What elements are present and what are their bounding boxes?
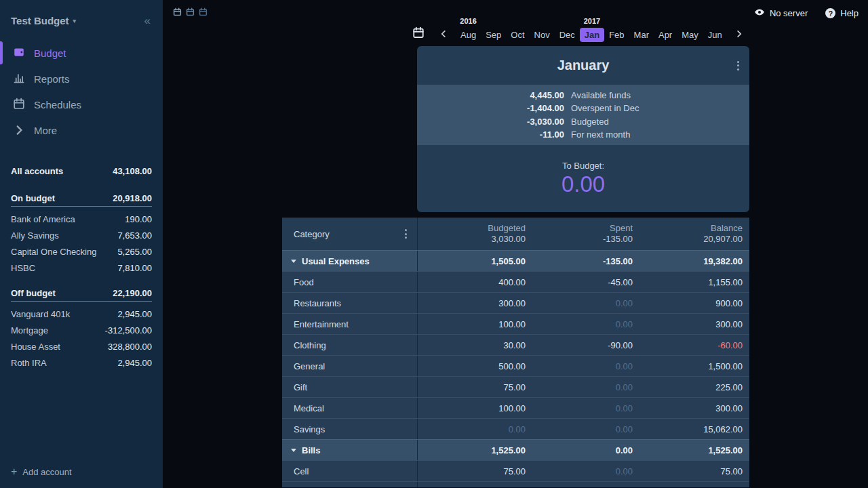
previous-month-button[interactable] [435,30,452,42]
group-budgeted: 1,505.00 [418,251,532,271]
account-name: Bank of America [11,214,75,224]
overspent-amount: -1,404.00 [417,102,564,115]
category-name[interactable]: General [282,356,418,376]
month-jan-selected[interactable]: 2017Jan [580,28,604,42]
month-menu-kebab-icon[interactable] [735,59,741,73]
account-row-house-asset[interactable]: House Asset 328,800.00 [11,338,152,354]
category-name[interactable]: Food [282,272,418,292]
spent-cell[interactable]: 0.00 [532,293,639,313]
balance-cell[interactable]: 15,062.00 [639,419,749,439]
spent-cell[interactable]: 0.00 [532,398,639,418]
spent-cell[interactable]: 0.00 [532,314,639,334]
budgeted-cell[interactable]: 0.00 [418,419,532,439]
account-row-hsbc[interactable]: HSBC 7,810.00 [11,260,152,276]
nav-item-more[interactable]: More [0,117,163,143]
month-dec[interactable]: Dec [555,28,580,42]
category-row-general[interactable]: General 500.00 0.00 1,500.00 [282,355,749,376]
month-aug[interactable]: 2016Aug [456,28,481,42]
to-budget-button[interactable]: To Budget: 0.00 [417,145,749,212]
collapse-group-icon[interactable] [291,260,296,263]
eye-icon [754,7,765,20]
spent-cell[interactable]: 0.00 [532,419,639,439]
budgeted-cell[interactable]: 100.00 [418,314,532,334]
next-month-button[interactable] [731,30,747,42]
add-account-button[interactable]: + Add account [0,466,163,488]
balance-cell-negative[interactable]: -60.00 [639,335,749,355]
nav-item-reports[interactable]: Reports [0,66,163,92]
group-row-bills[interactable]: Bills 1,525.00 0.00 1,525.00 [282,439,749,460]
account-row-roth-ira[interactable]: Roth IRA 2,945.00 [11,354,152,371]
budgeted-cell[interactable]: 100.00 [418,398,532,418]
account-row-vanguard-401k[interactable]: Vanguard 401k 2,945.00 [11,306,152,322]
nav-item-schedules[interactable]: Schedules [0,92,163,117]
spent-cell[interactable]: 0.00 [532,377,639,397]
spent-cell[interactable]: 0.00 [532,356,639,376]
overspent-label: Overspent in Dec [571,102,749,115]
category-row-restaurants[interactable]: Restaurants 300.00 0.00 900.00 [282,292,749,313]
calendar-icon[interactable] [412,26,425,42]
account-row-capital-one-checking[interactable]: Capital One Checking 5,265.00 [11,243,152,260]
budgeted-cell[interactable]: 75.00 [418,461,532,481]
month-feb[interactable]: Feb [604,28,629,42]
server-status-button[interactable]: No server [754,7,808,20]
budgeted-cell[interactable]: 400.00 [418,272,532,292]
server-status-label: No server [770,8,808,18]
balance-column-header[interactable]: Balance 20,907.00 [639,218,749,250]
budget-title: Test Budget [11,15,69,26]
spent-cell[interactable]: -45.00 [532,272,639,292]
three-month-view-icon[interactable] [199,7,208,18]
category-name[interactable]: Clothing [282,335,418,355]
month-jun[interactable]: Jun [703,28,727,42]
balance-cell[interactable]: 300.00 [639,314,749,334]
group-row-usual-expenses[interactable]: Usual Expenses 1,505.00 -135.00 19,382.0… [282,250,749,271]
on-budget-header[interactable]: On budget 20,918.00 [11,190,152,207]
month-sep[interactable]: Sep [481,28,506,42]
one-month-view-icon[interactable] [173,7,182,18]
balance-cell[interactable]: 900.00 [639,293,749,313]
category-row-cell[interactable]: Cell 75.00 0.00 75.00 [282,460,749,481]
budgeted-column-header[interactable]: Budgeted 3,030.00 [418,218,532,250]
month-may[interactable]: May [677,28,703,42]
spent-column-header[interactable]: Spent -135.00 [532,218,639,250]
category-name[interactable]: Restaurants [282,293,418,313]
spent-cell[interactable]: -90.00 [532,335,639,355]
help-button[interactable]: ? Help [825,8,859,18]
category-row-medical[interactable]: Medical 100.00 0.00 300.00 [282,397,749,418]
collapse-group-icon[interactable] [291,449,296,452]
budget-file-menu[interactable]: Test Budget ▾ [11,15,76,26]
account-balance: 43,108.00 [113,166,152,176]
category-row-clothing[interactable]: Clothing 30.00 -90.00 -60.00 [282,334,749,355]
budgeted-cell[interactable]: 75.00 [418,377,532,397]
category-name[interactable]: Entertainment [282,314,418,334]
account-row-mortgage[interactable]: Mortgage -312,500.00 [11,322,152,338]
balance-cell[interactable]: 75.00 [639,461,749,481]
month-nov[interactable]: Nov [530,28,555,42]
balance-cell[interactable]: 300.00 [639,398,749,418]
category-name[interactable]: Medical [282,398,418,418]
spent-cell[interactable]: 0.00 [532,461,639,481]
all-accounts-row[interactable]: All accounts 43,108.00 [11,162,152,180]
category-menu-kebab-icon[interactable] [403,227,409,241]
balance-cell[interactable]: 1,155.00 [639,272,749,292]
category-row-savings[interactable]: Savings 0.00 0.00 15,062.00 [282,418,749,439]
budgeted-cell[interactable]: 30.00 [418,335,532,355]
budgeted-cell[interactable]: 500.00 [418,356,532,376]
balance-cell[interactable]: 225.00 [639,377,749,397]
nav-item-budget[interactable]: Budget [0,40,163,66]
category-row-entertainment[interactable]: Entertainment 100.00 0.00 300.00 [282,313,749,334]
budgeted-cell[interactable]: 300.00 [418,293,532,313]
month-oct[interactable]: Oct [506,28,529,42]
category-name[interactable]: Gift [282,377,418,397]
month-apr[interactable]: Apr [654,28,677,42]
category-row-gift[interactable]: Gift 75.00 0.00 225.00 [282,376,749,397]
category-name[interactable]: Savings [282,419,418,439]
sidebar-collapse-button[interactable]: « [142,14,153,28]
category-name[interactable]: Cell [282,461,418,481]
two-month-view-icon[interactable] [186,7,195,18]
off-budget-header[interactable]: Off budget 22,190.00 [11,285,152,302]
balance-cell[interactable]: 1,500.00 [639,356,749,376]
account-row-bank-of-america[interactable]: Bank of America 190.00 [11,211,152,227]
month-mar[interactable]: Mar [629,28,654,42]
account-row-ally-savings[interactable]: Ally Savings 7,653.00 [11,227,152,243]
category-row-food[interactable]: Food 400.00 -45.00 1,155.00 [282,271,749,292]
